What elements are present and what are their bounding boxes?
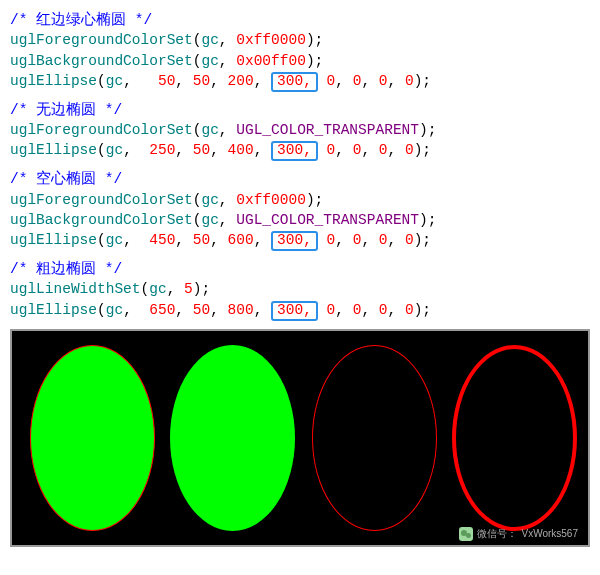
ellipse-red-border-green-fill — [30, 345, 155, 531]
code-block: /* 红边绿心椭圆 */ uglForegroundColorSet(gc, 0… — [10, 10, 590, 92]
code-var: gc — [106, 232, 123, 248]
code-fn: uglForegroundColorSet — [10, 122, 193, 138]
code-var: gc — [201, 192, 218, 208]
code-fn: uglBackgroundColorSet — [10, 212, 193, 228]
code-var: gc — [201, 32, 218, 48]
code-fn: uglForegroundColorSet — [10, 32, 193, 48]
code-var: gc — [201, 122, 218, 138]
code-fn: uglBackgroundColorSet — [10, 53, 193, 69]
ellipse-no-border — [170, 345, 295, 531]
code-comment: /* 无边椭圆 */ — [10, 102, 122, 118]
code-var: gc — [106, 73, 123, 89]
code-fn: uglEllipse — [10, 232, 97, 248]
ellipse-thick-border — [452, 345, 577, 531]
code-listing: /* 红边绿心椭圆 */ uglForegroundColorSet(gc, 0… — [10, 10, 590, 321]
code-block: /* 无边椭圆 */ uglForegroundColorSet(gc, UGL… — [10, 100, 590, 162]
code-block: /* 粗边椭圆 */ uglLineWidthSet(gc, 5); uglEl… — [10, 259, 590, 321]
code-var: gc — [201, 212, 218, 228]
code-var: gc — [201, 53, 218, 69]
watermark: 微信号：VxWorks567 — [459, 527, 578, 541]
watermark-value: VxWorks567 — [521, 527, 578, 541]
code-fn: uglEllipse — [10, 142, 97, 158]
code-fn: uglLineWidthSet — [10, 281, 141, 297]
code-block: /* 空心椭圆 */ uglForegroundColorSet(gc, 0xf… — [10, 169, 590, 251]
render-output: 微信号：VxWorks567 — [10, 329, 590, 547]
code-comment: /* 粗边椭圆 */ — [10, 261, 122, 277]
code-comment: /* 红边绿心椭圆 */ — [10, 12, 152, 28]
wechat-icon — [459, 527, 473, 541]
code-var: gc — [106, 302, 123, 318]
watermark-label: 微信号： — [477, 527, 517, 541]
code-comment: /* 空心椭圆 */ — [10, 171, 122, 187]
ellipse-hollow — [312, 345, 437, 531]
code-fn: uglForegroundColorSet — [10, 192, 193, 208]
code-var: gc — [149, 281, 166, 297]
code-fn: uglEllipse — [10, 302, 97, 318]
code-var: gc — [106, 142, 123, 158]
code-fn: uglEllipse — [10, 73, 97, 89]
